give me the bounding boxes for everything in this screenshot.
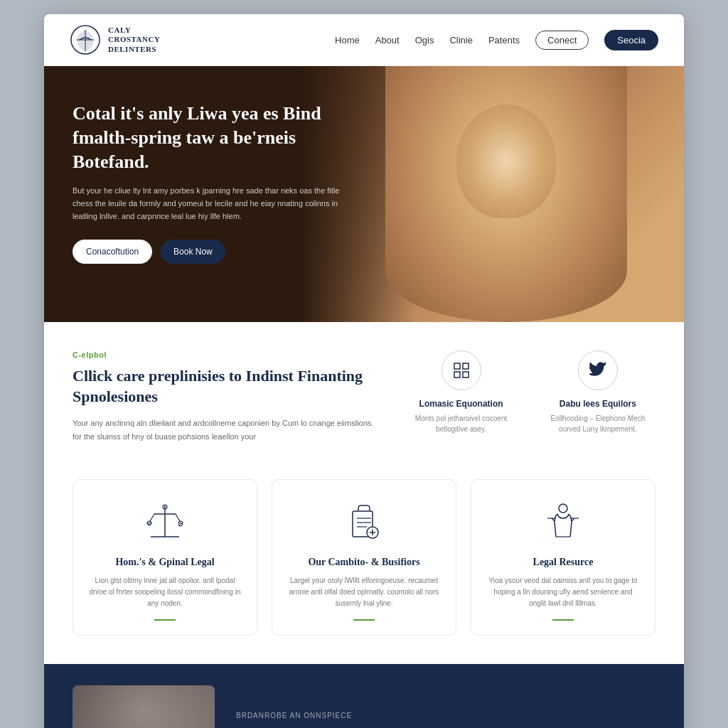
services-grid: Hom.'s & Gpinal Legal Lion glst oltimy l… — [73, 479, 655, 636]
logo-icon — [70, 24, 101, 55]
hero-subtitle: But your he cliue lty lnt amy porbes k j… — [73, 185, 360, 223]
page-wrapper: CALY CROSTANCY DELINTERS Home About Ogis… — [44, 14, 684, 728]
bottom-image — [73, 685, 215, 728]
bottom-content: BRDANROBE AN ONNSPIECE Beak Bruip Stude … — [236, 712, 655, 728]
balance-scales-icon — [144, 500, 186, 542]
feature-item-1: Lomasic Equonation Monts pol jetharoivel… — [403, 350, 518, 434]
svg-rect-3 — [454, 372, 460, 378]
nav-home[interactable]: Home — [335, 35, 360, 46]
service-card-line-2 — [353, 619, 375, 621]
features-text: C-elpbol Cllick care preplinisies to Ind… — [73, 350, 375, 444]
service-card-desc-3: Yioa ysour veod dal oaimiss antl you to … — [487, 575, 639, 609]
nav-ogis[interactable]: Ogis — [415, 35, 434, 46]
service-card-title-1: Hom.'s & Gpinal Legal — [115, 557, 214, 568]
hero-title: Cotal it's anly Liwa yea es Bind fmalth-… — [73, 102, 360, 173]
clipboard-icon — [343, 500, 385, 545]
document-clipboard-icon — [343, 500, 385, 542]
hero-portrait — [385, 66, 627, 322]
feature-icon-1 — [441, 350, 481, 390]
hero-buttons: Conacoftution Book Now — [73, 240, 360, 264]
feature-title-2: Dabu lees Equilors — [540, 399, 655, 409]
features-icons: Lomasic Equonation Monts pol jetharoivel… — [403, 350, 655, 434]
consultation-button[interactable]: Conacoftution — [73, 240, 152, 264]
service-card-desc-2: Largel your otoly lWlllt elforingoeuse. … — [288, 575, 440, 609]
scales-icon — [144, 500, 186, 545]
features-title: Cllick care preplinisies to Indinst Fina… — [73, 366, 375, 407]
features-badge: C-elpbol — [73, 350, 375, 359]
book-now-button[interactable]: Book Now — [161, 240, 225, 264]
svg-rect-2 — [463, 363, 469, 369]
connect-button[interactable]: Conect — [535, 31, 589, 50]
service-card-line-1 — [154, 619, 176, 621]
feature-text-1: Monts pol jetharoivel cocoent betlogitiv… — [403, 413, 518, 434]
feature-text-2: Eollhooding – Elephono Mech ourved Luny … — [540, 413, 655, 434]
justice-figure-icon — [542, 500, 584, 542]
bottom-title: Beak Bruip Stude & Condfucsion — [236, 725, 655, 728]
svg-rect-4 — [463, 372, 469, 378]
feature-item-2: Dabu lees Equilors Eollhooding – Elephon… — [540, 350, 655, 434]
hero-content: Cotal it's anly Liwa yea es Bind fmalth-… — [73, 102, 360, 264]
svg-point-18 — [559, 504, 567, 513]
service-card-3: Legal Resurce Yioa ysour veod dal oaimis… — [471, 479, 655, 636]
service-card-1: Hom.'s & Gpinal Legal Lion glst oltimy l… — [73, 479, 257, 636]
nav-patents[interactable]: Patents — [488, 35, 520, 46]
service-card-title-3: Legal Resurce — [533, 557, 594, 568]
grid-icon — [452, 361, 471, 380]
lady-justice-icon — [542, 500, 584, 545]
features-desc: Your any anclinnq aln dlieilant and ardc… — [73, 417, 375, 443]
twitter-icon — [589, 361, 607, 380]
logo-text: CALY CROSTANCY DELINTERS — [108, 26, 160, 54]
bottom-section: BRDANROBE AN ONNSPIECE Beak Bruip Stude … — [44, 664, 684, 728]
service-card-title-2: Our Cambito- & Busifiors — [308, 557, 419, 568]
service-card-line-3 — [552, 619, 574, 621]
feature-icon-2 — [578, 350, 618, 390]
nav-about[interactable]: About — [375, 35, 400, 46]
logo-area: CALY CROSTANCY DELINTERS — [70, 24, 160, 55]
hero-section: Cotal it's anly Liwa yea es Bind fmalth-… — [44, 66, 684, 322]
site-header: CALY CROSTANCY DELINTERS Home About Ogis… — [44, 14, 684, 66]
main-nav: Home About Ogis Clinie Patents Conect Se… — [335, 30, 658, 50]
feature-title-1: Lomasic Equonation — [403, 399, 518, 409]
service-card-desc-1: Lion glst oltimy lnne jat all opolior. a… — [89, 575, 241, 609]
bottom-badge: BRDANROBE AN ONNSPIECE — [236, 712, 655, 719]
nav-clinie[interactable]: Clinie — [449, 35, 473, 46]
features-top: C-elpbol Cllick care preplinisies to Ind… — [73, 350, 655, 444]
services-section: Hom.'s & Gpinal Legal Lion glst oltimy l… — [44, 465, 684, 664]
svg-rect-1 — [454, 363, 460, 369]
search-button[interactable]: Seocia — [604, 30, 658, 50]
features-section: C-elpbol Cllick care preplinisies to Ind… — [44, 322, 684, 465]
service-card-2: Our Cambito- & Busifiors Largel your oto… — [272, 479, 456, 636]
